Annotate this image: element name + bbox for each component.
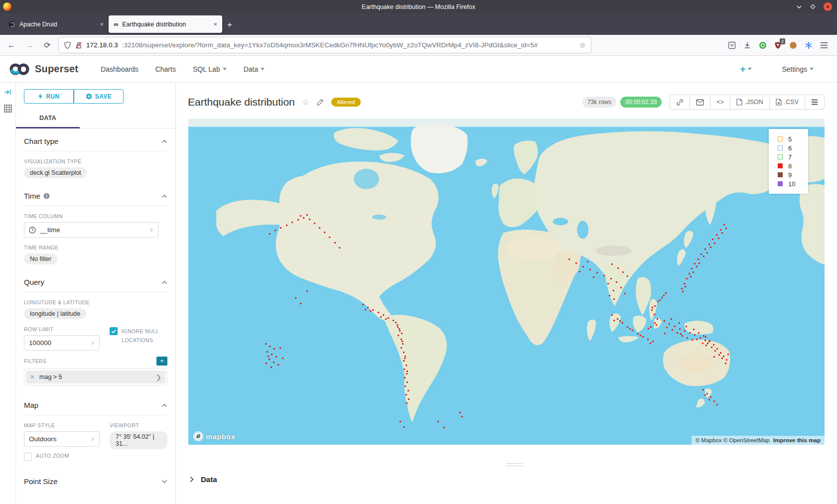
export-json-button[interactable]: .JSON	[730, 95, 770, 110]
export-csv-button[interactable]: .CSV	[770, 95, 805, 110]
earthquake-dot	[437, 421, 439, 422]
data-panel-header[interactable]: Data	[189, 475, 217, 484]
map-style-select[interactable]: Outdoors ∨	[24, 431, 100, 447]
pocket-icon[interactable]	[728, 41, 736, 49]
chevron-right-icon[interactable]	[189, 476, 194, 483]
legend-item[interactable]: 9	[778, 170, 808, 179]
close-window-button[interactable]: ×	[824, 2, 832, 11]
dataset-grid-icon[interactable]	[4, 105, 12, 113]
lonlat-value[interactable]: longitude | latitude	[24, 308, 86, 319]
earthquake-dot	[324, 232, 325, 233]
resize-handle[interactable]	[506, 463, 523, 468]
adblock-shield-icon[interactable]: 2	[774, 41, 782, 49]
add-filter-button[interactable]: +	[156, 357, 167, 366]
chart-menu-button[interactable]	[805, 95, 825, 110]
earthquake-dot	[380, 316, 382, 318]
earthquake-dot	[406, 365, 407, 366]
earthquake-dot	[401, 347, 402, 349]
favorite-star-icon[interactable]: ☆	[302, 97, 309, 108]
forward-button[interactable]: →	[23, 41, 36, 50]
back-button[interactable]: ←	[5, 41, 18, 50]
section-query[interactable]: Query	[24, 269, 167, 292]
attrib-mapbox[interactable]: © Mapbox	[696, 437, 722, 443]
close-tab-icon[interactable]: ×	[100, 20, 104, 28]
legend-item[interactable]: 6	[778, 143, 808, 152]
close-tab-icon[interactable]: ×	[213, 20, 217, 28]
mapbox-logo[interactable]: mapbox	[193, 431, 235, 442]
downloads-icon[interactable]	[743, 41, 751, 49]
nav-charts[interactable]: Charts	[155, 65, 176, 73]
remove-filter-icon[interactable]: ✕	[30, 374, 35, 380]
earthquake-dot	[385, 318, 387, 320]
share-link-button[interactable]	[670, 95, 690, 110]
visualization-type-value[interactable]: deck.gl Scatterplot	[24, 167, 87, 178]
chevron-down-icon[interactable]	[161, 480, 167, 484]
viewport-value[interactable]: 7° 35' 54.02" | 31...	[110, 431, 167, 449]
bookmark-star-icon[interactable]: ☆	[579, 41, 586, 50]
time-column-select[interactable]: __time ∨	[24, 222, 158, 238]
chevron-up-icon[interactable]	[161, 280, 167, 284]
filter-chip[interactable]: ✕ mag > 5 ❯	[26, 371, 165, 383]
section-time[interactable]: Time	[24, 183, 167, 206]
chevron-up-icon[interactable]	[161, 403, 167, 407]
section-chart-type[interactable]: Chart type	[24, 128, 167, 151]
auto-zoom-checkbox[interactable]	[24, 453, 32, 461]
new-item-button[interactable]: +	[740, 64, 752, 75]
earthquake-dot	[403, 352, 405, 353]
magnitude-legend[interactable]: 5678910	[769, 129, 808, 194]
section-map[interactable]: Map	[24, 392, 167, 415]
settings-menu[interactable]: Settings	[782, 65, 814, 73]
insecure-lock-icon[interactable]	[75, 41, 82, 49]
tab-apache-druid[interactable]: Apache Druid ×	[3, 15, 109, 33]
improve-map-link[interactable]: Improve this map	[773, 437, 821, 443]
run-button[interactable]: RUN	[24, 89, 74, 104]
extension-green-icon[interactable]	[759, 41, 767, 49]
plus-circle-icon	[86, 93, 92, 100]
earthquake-dot	[627, 326, 628, 328]
superset-logo[interactable]: Superset	[8, 62, 78, 77]
save-button[interactable]: SAVE	[74, 89, 124, 104]
earthquake-dot	[339, 247, 340, 249]
chevron-up-icon[interactable]	[161, 139, 167, 143]
chevron-right-icon[interactable]: ❯	[156, 374, 161, 381]
legend-item[interactable]: 10	[778, 179, 808, 188]
section-point-size[interactable]: Point Size	[24, 469, 167, 491]
reload-button[interactable]: ⟳	[41, 40, 54, 50]
row-limit-select[interactable]: 100000 ∨	[24, 335, 100, 351]
deckgl-scatterplot-map[interactable]: 5678910 mapbox © Mapbox © OpenStreetMap …	[188, 119, 825, 445]
time-range-value[interactable]: No filter	[24, 253, 57, 264]
hamburger-menu-icon[interactable]	[820, 42, 828, 49]
legend-item[interactable]: 5	[778, 134, 808, 143]
earthquake-dot	[378, 312, 379, 313]
earthquake-dot	[687, 337, 688, 339]
earthquake-dot	[593, 276, 594, 278]
edit-properties-icon[interactable]	[316, 98, 324, 106]
cookie-icon[interactable]	[789, 41, 797, 49]
nav-data[interactable]: Data	[244, 65, 265, 73]
earthquake-dot	[269, 346, 271, 347]
earthquake-dot	[406, 402, 408, 404]
url-input[interactable]: 172.18.0.3:32108/superset/explore/?form_…	[59, 37, 591, 53]
nav-dashboards[interactable]: Dashboards	[101, 65, 139, 73]
shield-icon[interactable]	[64, 41, 71, 49]
info-icon	[43, 193, 50, 199]
earthquake-dot	[654, 305, 656, 307]
filters-label: FILTERS	[24, 358, 46, 364]
chevron-up-icon[interactable]	[161, 194, 167, 198]
email-button[interactable]	[690, 95, 710, 110]
earthquake-dot	[616, 281, 617, 283]
embed-code-button[interactable]: <>	[710, 95, 730, 110]
tab-data[interactable]: DATA	[16, 115, 80, 122]
extension-colorful-icon[interactable]	[805, 41, 813, 49]
nav-sql-lab[interactable]: SQL Lab	[193, 65, 227, 73]
earthquake-dot	[388, 317, 389, 319]
minimize-icon[interactable]	[796, 4, 802, 10]
legend-item[interactable]: 8	[778, 161, 808, 170]
new-tab-button[interactable]: +	[227, 20, 232, 30]
expand-panel-icon[interactable]	[4, 89, 11, 96]
attrib-osm[interactable]: © OpenStreetMap	[723, 437, 770, 443]
ignore-null-checkbox[interactable]	[110, 327, 118, 335]
tab-earthquake-distribution[interactable]: ∞ Earthquake distribution ×	[109, 15, 222, 33]
legend-item[interactable]: 7	[778, 152, 808, 161]
maximize-icon[interactable]	[810, 4, 816, 9]
